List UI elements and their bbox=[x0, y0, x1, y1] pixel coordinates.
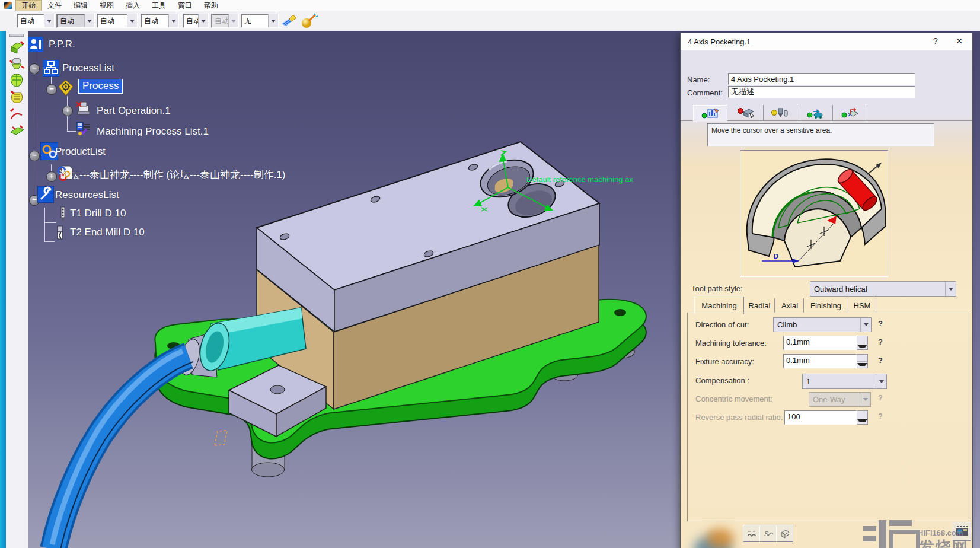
spinner-buttons[interactable] bbox=[857, 336, 868, 350]
combo-auto-5[interactable]: 自动 bbox=[183, 14, 209, 28]
help-direction-of-cut[interactable]: ? bbox=[878, 319, 883, 328]
tool-path-style-label: Tool path style: bbox=[691, 284, 743, 293]
machining-tolerance-value: 0.1mm bbox=[783, 336, 857, 350]
dropdown-chevron[interactable] bbox=[876, 374, 886, 388]
resourceslist-icon[interactable] bbox=[37, 186, 54, 203]
tool-path-style-select[interactable]: Outward helical bbox=[810, 281, 956, 297]
tree-node-machining-process-list[interactable]: Machining Process List.1 bbox=[97, 126, 209, 138]
expander-productlist[interactable]: − bbox=[29, 151, 40, 161]
fixture-accuracy-label: Fixture accuracy: bbox=[695, 357, 754, 366]
dropdown-chevron[interactable] bbox=[860, 318, 871, 332]
replay-rough-button[interactable] bbox=[743, 525, 760, 542]
reverse-pass-radial-ratio-value: 100 bbox=[784, 410, 857, 425]
replay-smooth-button[interactable]: S bbox=[759, 525, 777, 542]
combo-dropdown-button[interactable] bbox=[168, 14, 178, 27]
tab-hsm[interactable]: HSM bbox=[848, 298, 876, 313]
concentric-movement-value: One-Way bbox=[809, 395, 860, 404]
help-machining-tolerance[interactable]: ? bbox=[878, 337, 883, 346]
tab-axial[interactable]: Axial bbox=[776, 298, 804, 313]
combo-value: 自动 bbox=[57, 16, 84, 26]
direction-of-cut-select[interactable]: Climb bbox=[773, 317, 872, 332]
magic-material-icon[interactable] bbox=[300, 12, 318, 29]
tree-node-t1-drill[interactable]: T1 Drill D 10 bbox=[70, 208, 126, 219]
spinner-buttons[interactable] bbox=[857, 410, 868, 425]
menu-start[interactable]: 开始 bbox=[15, 0, 42, 11]
name-input[interactable] bbox=[728, 73, 915, 85]
strategy-illustration: D bbox=[740, 150, 888, 277]
reverse-pass-radial-ratio-spin[interactable]: 100 bbox=[784, 410, 868, 425]
combo-dropdown-button[interactable] bbox=[44, 14, 54, 27]
menu-window[interactable]: 窗口 bbox=[172, 0, 198, 11]
combo-value: 自动 bbox=[141, 16, 168, 26]
tree-node-productlist[interactable]: ProductList bbox=[55, 146, 106, 158]
comment-input[interactable] bbox=[728, 86, 915, 98]
compensation-value: 1 bbox=[803, 377, 876, 386]
tree-node-t2-endmill[interactable]: T2 End Mill D 10 bbox=[70, 227, 145, 238]
tab-machining[interactable]: Machining bbox=[694, 297, 744, 314]
direction-of-cut-value: Climb bbox=[774, 320, 860, 329]
expander-processlist[interactable]: − bbox=[29, 63, 40, 74]
simulation-button[interactable] bbox=[776, 525, 793, 542]
tree-node-process-selected[interactable]: Process bbox=[78, 79, 123, 94]
tree-node-processlist[interactable]: ProcessList bbox=[62, 62, 114, 74]
part-operation-icon[interactable] bbox=[75, 100, 92, 116]
tab-geometry[interactable] bbox=[730, 105, 764, 120]
tree-node-ppr[interactable]: P.P.R. bbox=[49, 39, 75, 50]
combo-dropdown-button[interactable] bbox=[198, 14, 208, 27]
process-icon[interactable] bbox=[58, 79, 74, 96]
combo-dropdown-button[interactable] bbox=[127, 14, 137, 27]
combo-none[interactable]: 无 bbox=[241, 14, 279, 28]
help-reverse-pass: ? bbox=[878, 412, 883, 420]
tab-strategy[interactable] bbox=[693, 105, 727, 122]
tab-macros[interactable] bbox=[834, 105, 867, 120]
tab-finishing[interactable]: Finishing bbox=[805, 298, 847, 313]
expander-process[interactable]: − bbox=[46, 84, 57, 95]
dropdown-chevron[interactable] bbox=[945, 282, 956, 296]
dropdown-chevron bbox=[860, 393, 870, 406]
combo-dropdown-button[interactable] bbox=[268, 14, 278, 27]
combo-auto-2[interactable]: 自动 bbox=[56, 14, 95, 28]
dialog-help-button[interactable]: ? bbox=[930, 36, 941, 47]
dialog-close-button[interactable]: ✕ bbox=[953, 36, 965, 47]
help-fixture-accuracy[interactable]: ? bbox=[878, 356, 883, 365]
reverse-pass-radial-ratio-label: Reverse pass radial ratio: bbox=[695, 413, 783, 422]
dialog-body: Name: Comment: bbox=[681, 50, 972, 548]
tool-path-style-value: Outward helical bbox=[810, 285, 945, 294]
combo-auto-3[interactable]: 自动 bbox=[97, 14, 138, 28]
expander-product-item[interactable]: + bbox=[46, 171, 57, 182]
machining-tolerance-spin[interactable]: 0.1mm bbox=[783, 336, 868, 350]
film-preview-button[interactable] bbox=[953, 522, 971, 541]
expander-part-operation[interactable]: + bbox=[62, 106, 73, 116]
tree-node-product-item[interactable]: 论坛---泰山神龙----制作 (论坛---泰山神龙----制作.1) bbox=[59, 168, 285, 181]
ppr-icon[interactable] bbox=[28, 37, 43, 52]
menu-insert[interactable]: 插入 bbox=[120, 0, 146, 11]
combo-auto-1[interactable]: 自动 bbox=[17, 14, 55, 28]
menu-tools[interactable]: 工具 bbox=[146, 0, 172, 11]
menu-help[interactable]: 帮助 bbox=[198, 0, 224, 11]
comment-label: Comment: bbox=[687, 88, 723, 97]
combo-auto-4[interactable]: 自动 bbox=[141, 14, 179, 28]
menu-file[interactable]: 文件 bbox=[42, 0, 68, 11]
combo-value: 自动 bbox=[17, 16, 44, 26]
menu-view[interactable]: 视图 bbox=[94, 0, 120, 11]
tab-radial[interactable]: Radial bbox=[745, 298, 775, 313]
compensation-select[interactable]: 1 bbox=[802, 374, 887, 389]
fixture-accuracy-spin[interactable]: 0.1mm bbox=[783, 354, 868, 368]
combo-dropdown-button[interactable] bbox=[84, 14, 94, 27]
tab-tool[interactable] bbox=[764, 105, 797, 120]
tree-node-resourceslist[interactable]: ResourcesList bbox=[55, 189, 119, 201]
processlist-icon[interactable] bbox=[43, 60, 59, 77]
spinner-buttons[interactable] bbox=[857, 354, 868, 368]
end-mill-tool-icon[interactable] bbox=[55, 225, 65, 241]
combo-dropdown-button bbox=[228, 14, 238, 27]
drill-tool-icon[interactable] bbox=[58, 206, 68, 222]
tab-feeds-speeds[interactable] bbox=[799, 105, 833, 120]
paintbrush-icon[interactable] bbox=[281, 13, 298, 28]
machining-process-list-icon[interactable] bbox=[76, 121, 91, 136]
name-label: Name: bbox=[687, 75, 710, 84]
dialog-titlebar[interactable]: 4 Axis Pocketing.1 ? ✕ bbox=[681, 33, 972, 50]
menu-edit[interactable]: 编辑 bbox=[68, 0, 94, 11]
top-toolbar: 自动 自动 自动 自动 自动 自动 无 bbox=[0, 11, 980, 31]
combo-value: 自动 bbox=[212, 16, 228, 26]
tree-node-part-operation[interactable]: Part Operation.1 bbox=[97, 105, 171, 117]
